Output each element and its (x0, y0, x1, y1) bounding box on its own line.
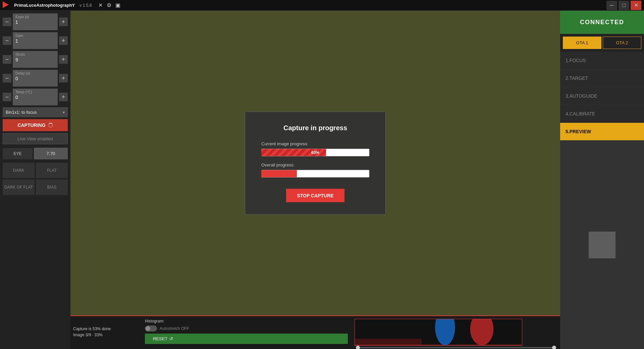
capture-dialog: Capture in progress Current image progre… (245, 112, 386, 215)
left-sidebar: − Expo (s) 1 + − Gain 1 + − Shots 9 + (0, 11, 70, 349)
dark-of-flat-button[interactable]: DARK OF FLAT (3, 180, 35, 195)
shots-value: 9 (15, 57, 55, 62)
preview-thumbnail (560, 141, 644, 349)
expo-plus-button[interactable]: + (59, 17, 68, 26)
reset-label: RESET (153, 336, 167, 341)
connected-badge: CONNECTED (560, 11, 644, 34)
delay-value: 0 (15, 76, 55, 81)
delay-label: Delay (s) (15, 71, 55, 75)
bias-button[interactable]: BIAS (36, 180, 68, 195)
gain-plus-button[interactable]: + (59, 36, 68, 45)
status-line1: Capture is 53% done (73, 327, 138, 331)
reset-button[interactable]: RESET ↺ (145, 334, 348, 344)
histogram-area: Histogram: Autostretch OFF RESET ↺ (141, 316, 352, 349)
status-line2: Image 3/9 · 33% (73, 333, 138, 337)
autostretch-label: Autostretch OFF (160, 326, 189, 331)
gain-field: Gain 1 (13, 32, 58, 49)
capturing-label: CAPTURING (17, 122, 45, 128)
nav-calibrate[interactable]: 4.CALIBRATE (560, 105, 644, 123)
thumbnail-image (589, 232, 615, 258)
ota-row: OTA 1 OTA 2 (560, 34, 644, 52)
current-progress-text: 60% (261, 150, 369, 155)
expo-label: Expo (s) (15, 15, 55, 19)
eye-row: EYE 7.70 (3, 148, 68, 159)
window-controls: ─ □ ✕ (606, 1, 641, 10)
current-progress-section: Current image progress: 60% (261, 141, 369, 156)
histogram-svg (355, 319, 522, 345)
nav-target[interactable]: 2.TARGET (560, 69, 644, 87)
expo-minus-button[interactable]: − (3, 17, 11, 26)
capturing-button[interactable]: CAPTURING (3, 119, 68, 131)
temp-minus-button[interactable]: − (3, 93, 11, 101)
titlebar: PrimaLuceAstrophotographY v 1.5.8 ✕ ⚙ ▣ … (0, 0, 644, 11)
minimize-button[interactable]: ─ (606, 1, 617, 10)
histogram-range-slider[interactable] (356, 347, 556, 348)
expo-value: 1 (15, 19, 55, 25)
shots-minus-button[interactable]: − (3, 55, 11, 64)
delay-plus-button[interactable]: + (59, 74, 68, 83)
expo-field: Expo (s) 1 (13, 13, 58, 30)
histogram-chart-container (352, 316, 560, 349)
play-logo-icon (3, 1, 12, 9)
temp-param-row: − Temp (°C) 0 + (3, 89, 68, 105)
slider-left-handle[interactable] (356, 346, 360, 349)
eye-label: EYE (3, 148, 33, 159)
maximize-button[interactable]: □ (619, 1, 629, 10)
histogram-chart (355, 319, 522, 346)
nav-autoguide[interactable]: 3.AUTOGUIDE (560, 87, 644, 105)
shots-plus-button[interactable]: + (59, 55, 68, 64)
autostretch-toggle[interactable] (145, 326, 157, 332)
center-area: Capture in progress Current image progre… (70, 11, 560, 349)
nav-preview[interactable]: 5.PREVIEW (560, 123, 644, 141)
app-brand: PrimaLuceAstrophotographY (14, 3, 75, 8)
gain-minus-button[interactable]: − (3, 36, 11, 45)
temp-label: Temp (°C) (15, 90, 55, 94)
ota2-button[interactable]: OTA 2 (603, 37, 641, 49)
gain-param-row: − Gain 1 + (3, 32, 68, 49)
delay-field: Delay (s) 0 (13, 70, 58, 87)
overall-progress-section: Overall progress: 33% (261, 162, 369, 178)
gain-value: 1 (15, 38, 55, 44)
status-left: Capture is 53% done Image 3/9 · 33% (70, 316, 141, 349)
app-version: v 1.5.8 (79, 3, 92, 8)
overall-progress-bar: 33% (261, 170, 369, 178)
main-layout: − Expo (s) 1 + − Gain 1 + − Shots 9 + (0, 11, 644, 349)
live-view-toggle[interactable]: Live View enabled (3, 133, 68, 144)
current-progress-label: Current image progress: (261, 141, 369, 146)
delay-param-row: − Delay (s) 0 + (3, 70, 68, 87)
sliders-icon[interactable]: ⚙ (107, 2, 111, 8)
titlebar-tools: ✕ ⚙ ▣ (98, 2, 120, 8)
histogram-controls: Autostretch OFF (145, 326, 348, 332)
bin-dropdown[interactable]: Bin1x1: to focus ▾ (3, 107, 68, 117)
reset-icon: ↺ (169, 336, 173, 341)
expo-param-row: − Expo (s) 1 + (3, 13, 68, 30)
shots-label: Shots (15, 52, 55, 56)
right-sidebar: CONNECTED OTA 1 OTA 2 1.FOCUS 2.TARGET 3… (560, 11, 644, 349)
capturing-spinner (48, 123, 53, 128)
calib-grid: DARK FLAT DARK OF FLAT BIAS (3, 163, 68, 195)
eye-value: 7.70 (34, 148, 68, 159)
shots-field: Shots 9 (13, 51, 58, 68)
stop-capture-button[interactable]: STOP CAPTURE (286, 189, 344, 202)
temp-plus-button[interactable]: + (59, 93, 68, 101)
image-view: Capture in progress Current image progre… (70, 11, 560, 315)
cursor-icon[interactable]: ✕ (98, 2, 103, 8)
slider-right-handle[interactable] (552, 346, 556, 349)
app-logo: PrimaLuceAstrophotographY v 1.5.8 (3, 1, 92, 9)
dark-button[interactable]: DARK (3, 163, 35, 178)
flat-button[interactable]: FLAT (36, 163, 68, 178)
histogram-label: Histogram: (145, 319, 348, 323)
chevron-down-icon: ▾ (63, 110, 65, 115)
temp-field: Temp (°C) 0 (13, 89, 58, 105)
nav-focus[interactable]: 1.FOCUS (560, 52, 644, 69)
save-icon[interactable]: ▣ (115, 2, 120, 8)
temp-value: 0 (15, 95, 55, 100)
ota1-button[interactable]: OTA 1 (563, 37, 601, 49)
overall-progress-label: Overall progress: (261, 162, 369, 167)
close-button[interactable]: ✕ (631, 1, 641, 10)
capture-dialog-title: Capture in progress (261, 124, 369, 132)
shots-param-row: − Shots 9 + (3, 51, 68, 68)
delay-minus-button[interactable]: − (3, 74, 11, 83)
histogram-slider-row (355, 347, 557, 348)
bottom-bar: Capture is 53% done Image 3/9 · 33% Hist… (70, 315, 560, 349)
